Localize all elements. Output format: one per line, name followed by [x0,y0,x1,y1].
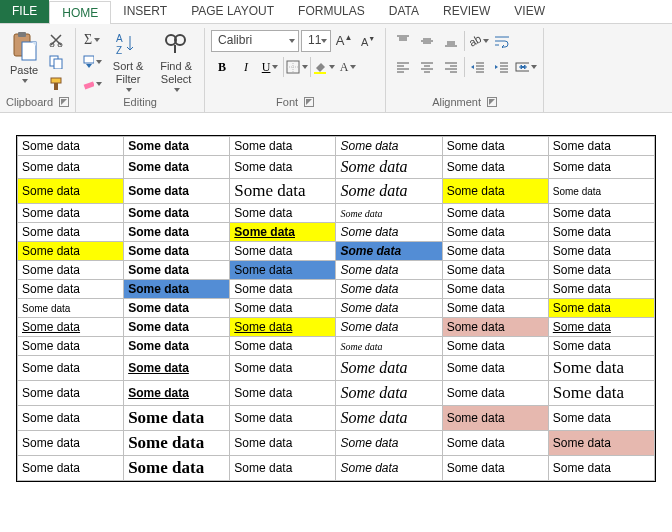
cell[interactable]: Some data [442,223,548,242]
wrap-text-button[interactable] [491,30,513,52]
cell[interactable]: Some data [548,204,654,223]
cell[interactable]: Some data [18,261,124,280]
cell[interactable]: Some data [442,261,548,280]
cell[interactable]: Some data [230,179,336,204]
tab-data[interactable]: DATA [377,0,431,23]
font-size-select[interactable]: 11 [301,30,331,52]
fill-button[interactable] [82,52,102,72]
align-right-button[interactable] [440,56,462,78]
cell[interactable]: Some data [124,299,230,318]
cell[interactable]: Some data [124,381,230,406]
clear-button[interactable] [82,74,102,94]
cell[interactable]: Some data [442,337,548,356]
cell[interactable]: Some data [124,318,230,337]
cell[interactable]: Some data [18,406,124,431]
cell[interactable]: Some data [336,431,442,456]
font-name-select[interactable]: Calibri [211,30,299,52]
cell[interactable]: Some data [124,137,230,156]
cell[interactable]: Some data [336,204,442,223]
decrease-indent-button[interactable] [467,56,489,78]
cell[interactable]: Some data [230,156,336,179]
cell[interactable]: Some data [18,242,124,261]
cell[interactable]: Some data [548,337,654,356]
cell[interactable]: Some data [124,431,230,456]
alignment-dialog-launcher[interactable] [487,97,497,107]
grow-font-button[interactable]: A▲ [333,30,355,52]
increase-indent-button[interactable] [491,56,513,78]
font-dialog-launcher[interactable] [304,97,314,107]
cell[interactable]: Some data [230,223,336,242]
cell[interactable]: Some data [124,204,230,223]
align-center-button[interactable] [416,56,438,78]
cell[interactable]: Some data [548,299,654,318]
cell[interactable]: Some data [548,156,654,179]
cell[interactable]: Some data [230,337,336,356]
cell[interactable]: Some data [230,204,336,223]
cell[interactable]: Some data [442,431,548,456]
cell[interactable]: Some data [230,261,336,280]
cell[interactable]: Some data [124,223,230,242]
tab-view[interactable]: VIEW [502,0,557,23]
align-top-button[interactable] [392,30,414,52]
cell[interactable]: Some data [442,356,548,381]
paste-button[interactable]: Paste [6,30,42,85]
cell[interactable]: Some data [548,431,654,456]
cell[interactable]: Some data [336,456,442,481]
cell[interactable]: Some data [18,431,124,456]
font-color-button[interactable]: A [337,56,359,78]
cell[interactable]: Some data [230,299,336,318]
cell[interactable]: Some data [230,406,336,431]
cell[interactable]: Some data [230,280,336,299]
cell[interactable]: Some data [230,242,336,261]
cell[interactable]: Some data [124,242,230,261]
cell[interactable]: Some data [124,456,230,481]
tab-review[interactable]: REVIEW [431,0,502,23]
cell[interactable]: Some data [442,242,548,261]
sort-filter-button[interactable]: AZ Sort & Filter [106,30,150,94]
underline-button[interactable]: U [259,56,281,78]
tab-insert[interactable]: INSERT [111,0,179,23]
cell[interactable]: Some data [18,223,124,242]
cell[interactable]: Some data [18,356,124,381]
cell[interactable]: Some data [442,456,548,481]
cell[interactable]: Some data [442,179,548,204]
cell[interactable]: Some data [336,261,442,280]
cell[interactable]: Some data [548,280,654,299]
cell[interactable]: Some data [230,356,336,381]
cell[interactable]: Some data [18,280,124,299]
cell[interactable]: Some data [336,137,442,156]
cell[interactable]: Some data [548,223,654,242]
cell[interactable]: Some data [124,156,230,179]
shrink-font-button[interactable]: A▼ [357,30,379,52]
cell[interactable]: Some data [336,156,442,179]
cell[interactable]: Some data [442,318,548,337]
italic-button[interactable]: I [235,56,257,78]
align-bottom-button[interactable] [440,30,462,52]
cell[interactable]: Some data [18,299,124,318]
cell[interactable]: Some data [548,381,654,406]
copy-button[interactable] [46,52,66,72]
cell[interactable]: Some data [548,137,654,156]
cell[interactable]: Some data [124,261,230,280]
borders-button[interactable] [286,56,308,78]
cell[interactable]: Some data [18,156,124,179]
cell[interactable]: Some data [548,406,654,431]
cell[interactable]: Some data [18,204,124,223]
cell[interactable]: Some data [336,356,442,381]
cell[interactable]: Some data [548,456,654,481]
cut-button[interactable] [46,30,66,50]
align-middle-button[interactable] [416,30,438,52]
cell[interactable]: Some data [18,337,124,356]
cell[interactable]: Some data [442,137,548,156]
find-select-button[interactable]: Find & Select [154,30,198,94]
cell[interactable]: Some data [442,204,548,223]
cell[interactable]: Some data [18,318,124,337]
cell[interactable]: Some data [548,261,654,280]
cell[interactable]: Some data [230,431,336,456]
format-painter-button[interactable] [46,74,66,94]
cell[interactable]: Some data [336,223,442,242]
cell[interactable]: Some data [230,456,336,481]
cell[interactable]: Some data [442,406,548,431]
tab-home[interactable]: HOME [49,1,111,24]
cell[interactable]: Some data [18,137,124,156]
